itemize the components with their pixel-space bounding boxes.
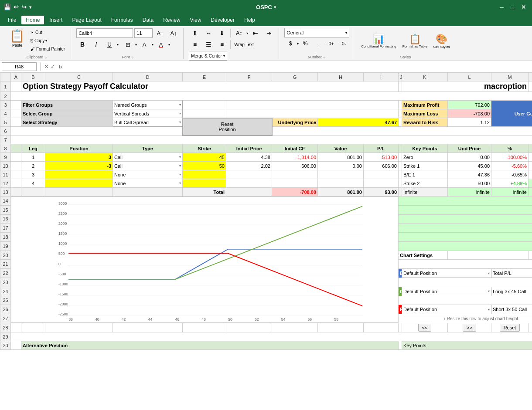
select-strategy-dropdown[interactable]: Bull Call Spread ▾ bbox=[113, 118, 183, 127]
next-button[interactable]: >> bbox=[463, 324, 476, 332]
leg2-position[interactable]: -3 bbox=[45, 162, 113, 170]
leg4-type[interactable]: None ▾ bbox=[113, 179, 183, 188]
filter-groups-arrow[interactable]: ▾ bbox=[179, 103, 181, 107]
number-format-dropdown[interactable]: General ▾ bbox=[284, 28, 349, 37]
user-guide-btn[interactable]: User Guide bbox=[491, 101, 532, 127]
leg1-initial-price[interactable]: 4.38 bbox=[226, 153, 272, 162]
leg2-value[interactable]: 0.00 bbox=[318, 162, 364, 170]
leg1-num[interactable]: 1 bbox=[21, 153, 45, 162]
menu-view[interactable]: View bbox=[186, 16, 206, 24]
col-header-c[interactable]: C bbox=[45, 73, 113, 81]
insert-function-icon[interactable]: fx bbox=[59, 64, 63, 69]
font-color-icon[interactable]: A bbox=[155, 40, 167, 49]
underline-button[interactable]: U bbox=[103, 40, 116, 49]
leg1-strike[interactable]: 45 bbox=[183, 153, 226, 162]
col-header-g[interactable]: G bbox=[272, 73, 318, 81]
leg1-value[interactable]: 801.00 bbox=[318, 153, 364, 162]
border-icon[interactable]: ⊞ bbox=[122, 40, 134, 49]
indent-decrease-icon[interactable]: ⇤ bbox=[249, 28, 262, 38]
leg2-strike[interactable]: 50 bbox=[183, 162, 226, 170]
prev-button[interactable]: << bbox=[418, 324, 432, 332]
cell-styles-button[interactable]: 🎨 Cell Styles bbox=[431, 32, 453, 51]
align-center-icon[interactable]: ☰ bbox=[202, 40, 215, 49]
merge-center-button[interactable]: Merge & Center ▾ bbox=[189, 51, 227, 61]
leg2-pl[interactable]: 606.00 bbox=[364, 162, 399, 170]
leg2-type[interactable]: Call ▾ bbox=[113, 162, 183, 170]
font-name-input[interactable] bbox=[76, 28, 133, 38]
text-direction-icon[interactable]: A↕ bbox=[233, 28, 245, 38]
quick-access-toolbar[interactable]: 💾 ↩ ↪ ▾ bbox=[3, 3, 31, 10]
col-header-a[interactable]: A bbox=[11, 73, 21, 81]
fill-color-icon[interactable]: A bbox=[138, 40, 150, 49]
col-header-m[interactable]: M bbox=[491, 73, 529, 81]
decrease-decimal-icon[interactable]: .0- bbox=[337, 39, 349, 48]
cell-j1[interactable] bbox=[399, 81, 402, 92]
select-strategy-arrow[interactable]: ▾ bbox=[179, 120, 181, 124]
col-header-e[interactable]: E bbox=[183, 73, 226, 81]
increase-decimal-icon[interactable]: .0+ bbox=[324, 39, 337, 48]
indent-increase-icon[interactable]: ⇥ bbox=[263, 28, 275, 38]
leg2-initial-price[interactable]: 2.02 bbox=[226, 162, 272, 170]
max-profit-value[interactable]: 792.00 bbox=[448, 101, 491, 109]
menu-review[interactable]: Review bbox=[159, 16, 184, 24]
italic-button[interactable]: I bbox=[90, 40, 102, 49]
table-row[interactable]: 12 4 None ▾ bbox=[0, 179, 532, 188]
paste-button[interactable]: 📋 Paste bbox=[7, 28, 27, 49]
max-loss-value[interactable]: -708.00 bbox=[448, 109, 491, 118]
blue-position-dropdown[interactable]: Default Position ▾ bbox=[402, 269, 491, 278]
redo-icon[interactable]: ↪ bbox=[21, 3, 27, 10]
format-as-table-button[interactable]: 📋 Format as Table bbox=[400, 32, 430, 51]
bold-button[interactable]: B bbox=[76, 40, 89, 49]
menu-developer[interactable]: Developer bbox=[206, 16, 239, 24]
col-header-b[interactable]: B bbox=[21, 73, 45, 81]
green-position-dropdown[interactable]: Default Position ▾ bbox=[402, 287, 491, 296]
percent-icon[interactable]: % bbox=[299, 39, 311, 48]
name-box[interactable] bbox=[2, 62, 37, 71]
leg4-strike[interactable] bbox=[183, 179, 226, 188]
app-title-dropdown[interactable]: ▾ bbox=[274, 5, 276, 10]
col-header-l[interactable]: L bbox=[448, 73, 491, 81]
increase-font-icon[interactable]: A↑ bbox=[154, 28, 166, 38]
cancel-formula-icon[interactable]: ✕ bbox=[44, 63, 49, 70]
align-left-icon[interactable]: ≡ bbox=[189, 40, 201, 49]
leg1-initial-cf[interactable]: -1,314.00 bbox=[272, 153, 318, 162]
col-header-k[interactable]: K bbox=[402, 73, 448, 81]
format-painter-button[interactable]: 🖌 Format Painter bbox=[28, 45, 67, 53]
leg1-type[interactable]: Call ▾ bbox=[113, 153, 183, 162]
red-series-dropdown[interactable]: Short 3x 50 Call ▾ bbox=[491, 305, 532, 314]
leg3-type[interactable]: None ▾ bbox=[113, 170, 183, 179]
cell-macroption[interactable]: macroption bbox=[402, 81, 529, 92]
table-row[interactable]: 9 1 3 Call ▾ 45 4.38 -1,314.00 801.00 -5… bbox=[0, 153, 532, 162]
cell-title[interactable]: Option Strategy Payoff Calculator bbox=[21, 81, 399, 92]
align-top-icon[interactable]: ⬆ bbox=[189, 28, 201, 38]
leg1-position[interactable]: 3 bbox=[45, 153, 113, 162]
menu-formulas[interactable]: Formulas bbox=[107, 16, 137, 24]
leg4-position[interactable] bbox=[45, 179, 113, 188]
leg3-position[interactable] bbox=[45, 170, 113, 179]
col-header-j[interactable]: J bbox=[399, 73, 402, 81]
leg2-initial-cf[interactable]: 606.00 bbox=[272, 162, 318, 170]
blue-series-dropdown[interactable]: Total P/L ▾ bbox=[491, 269, 532, 278]
reward-risk-value[interactable]: 1.12 bbox=[448, 118, 491, 127]
formula-input[interactable] bbox=[66, 62, 530, 71]
align-middle-icon[interactable]: ↔ bbox=[202, 28, 215, 38]
col-header-n[interactable]: N bbox=[529, 73, 532, 81]
menu-data[interactable]: Data bbox=[138, 16, 158, 24]
col-header-d[interactable]: D bbox=[113, 73, 183, 81]
menu-insert[interactable]: Insert bbox=[45, 16, 67, 24]
copy-button[interactable]: ⎘ Copy ▾ bbox=[28, 37, 67, 44]
menu-help[interactable]: Help bbox=[240, 16, 259, 24]
conditional-formatting-button[interactable]: 📊 Conditional Formatting bbox=[358, 32, 399, 51]
underlying-price-value[interactable]: 47.67 bbox=[318, 118, 399, 127]
menu-page-layout[interactable]: Page Layout bbox=[68, 16, 106, 24]
align-bottom-icon[interactable]: ⬇ bbox=[216, 28, 228, 38]
green-series-dropdown[interactable]: Long 3x 45 Call ▾ bbox=[491, 287, 532, 296]
number-format-arrow[interactable]: ▾ bbox=[345, 31, 347, 35]
select-group-arrow[interactable]: ▾ bbox=[179, 112, 181, 115]
undo-icon[interactable]: ↩ bbox=[14, 3, 19, 10]
table-row[interactable]: 10 2 -3 Call ▾ 50 2.02 606.00 0.00 606.0… bbox=[0, 162, 532, 170]
col-header-h[interactable]: H bbox=[318, 73, 364, 81]
font-expand-icon[interactable]: ⌄ bbox=[131, 55, 134, 59]
customize-icon[interactable]: ▾ bbox=[29, 5, 31, 10]
red-position-dropdown[interactable]: Default Position ▾ bbox=[402, 305, 491, 314]
